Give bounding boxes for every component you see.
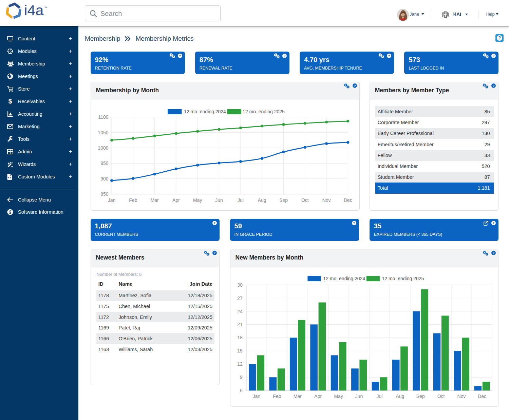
svg-text:850: 850 bbox=[100, 191, 109, 197]
svg-text:?: ? bbox=[353, 221, 355, 225]
svg-text:Jan: Jan bbox=[252, 394, 260, 399]
svg-text:21: 21 bbox=[237, 322, 243, 327]
svg-text:24: 24 bbox=[237, 308, 243, 314]
svg-text:May: May bbox=[193, 197, 202, 203]
svg-text:Feb: Feb bbox=[273, 394, 281, 399]
svg-text:9: 9 bbox=[240, 375, 243, 380]
svg-text:?: ? bbox=[179, 54, 181, 57]
svg-text:?: ? bbox=[493, 84, 495, 88]
svg-text:Mar: Mar bbox=[293, 394, 301, 399]
svg-text:15: 15 bbox=[237, 348, 243, 354]
svg-text:18: 18 bbox=[237, 335, 243, 340]
svg-text:Dec: Dec bbox=[478, 394, 486, 399]
svg-text:30: 30 bbox=[237, 282, 243, 287]
svg-text:?: ? bbox=[283, 54, 285, 57]
svg-text:Nov: Nov bbox=[322, 197, 331, 203]
svg-text:Dec: Dec bbox=[343, 197, 352, 203]
svg-text:Jul: Jul bbox=[376, 394, 382, 399]
svg-text:12 mo. ending 2024: 12 mo. ending 2024 bbox=[323, 276, 365, 281]
svg-text:Sep: Sep bbox=[416, 394, 425, 399]
svg-text:Jun: Jun bbox=[355, 394, 363, 399]
svg-text:Jun: Jun bbox=[215, 197, 223, 203]
svg-text:950: 950 bbox=[100, 160, 109, 166]
svg-text:Jan: Jan bbox=[108, 197, 115, 203]
svg-text:™: ™ bbox=[44, 6, 47, 9]
svg-text:Apr: Apr bbox=[172, 197, 180, 203]
svg-text:?: ? bbox=[214, 221, 216, 225]
svg-text:Oct: Oct bbox=[301, 197, 308, 203]
svg-text:Nov: Nov bbox=[457, 394, 466, 399]
svg-text:1000: 1000 bbox=[98, 145, 108, 151]
svg-text:Mar: Mar bbox=[150, 197, 158, 203]
svg-text:?: ? bbox=[493, 54, 495, 57]
svg-text:?: ? bbox=[214, 251, 216, 255]
svg-text:1100: 1100 bbox=[98, 114, 108, 120]
svg-text:12 mo. ending 2025: 12 mo. ending 2025 bbox=[382, 276, 424, 281]
svg-text:Feb: Feb bbox=[129, 197, 137, 203]
svg-text:Aug: Aug bbox=[258, 197, 266, 203]
svg-text:6: 6 bbox=[240, 388, 243, 393]
svg-text:?: ? bbox=[493, 221, 495, 225]
svg-text:1050: 1050 bbox=[98, 130, 108, 135]
svg-text:12 mo. ending 2024: 12 mo. ending 2024 bbox=[184, 109, 226, 114]
svg-text:May: May bbox=[334, 394, 343, 399]
svg-text:900: 900 bbox=[100, 176, 109, 182]
svg-text:Apr: Apr bbox=[314, 394, 322, 399]
svg-text:12 mo. ending 2025: 12 mo. ending 2025 bbox=[243, 109, 285, 114]
svg-text:?: ? bbox=[354, 84, 356, 88]
svg-text:Aug: Aug bbox=[396, 394, 404, 399]
svg-text:Jul: Jul bbox=[237, 197, 243, 203]
svg-text:Sep: Sep bbox=[279, 197, 288, 203]
svg-text:?: ? bbox=[388, 54, 390, 57]
svg-text:27: 27 bbox=[237, 295, 243, 301]
svg-text:Oct: Oct bbox=[437, 394, 445, 399]
svg-text:12: 12 bbox=[237, 361, 243, 367]
svg-text:i4a: i4a bbox=[24, 2, 43, 18]
svg-text:?: ? bbox=[493, 251, 495, 255]
